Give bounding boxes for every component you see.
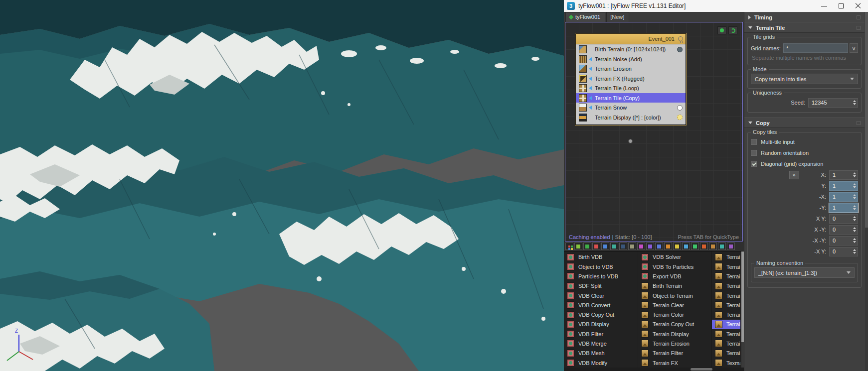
category-mesh-icon[interactable]: [610, 243, 618, 250]
list-item[interactable]: Texma: [715, 358, 740, 368]
category-flow-icon[interactable]: [691, 243, 699, 250]
checkbox-checked-icon[interactable]: [751, 161, 757, 167]
category-display-icon[interactable]: [619, 243, 627, 250]
list-item[interactable]: Terrai: [715, 310, 740, 319]
list-item[interactable]: Terrain FX: [641, 358, 711, 368]
category-script-icon[interactable]: [727, 243, 735, 250]
viewport-3d[interactable]: Z: [0, 0, 564, 371]
tab-new[interactable]: [New]: [606, 12, 629, 22]
category-terrain-icon[interactable]: [709, 243, 717, 250]
neg-y-input[interactable]: 1: [829, 203, 858, 213]
grid-names-input[interactable]: *: [783, 43, 848, 53]
list-item[interactable]: Terrai: [715, 329, 740, 339]
category-fx-icon[interactable]: [700, 243, 708, 250]
tab-tyflow001[interactable]: tyFlow001: [565, 12, 605, 22]
list-item[interactable]: Terrain Clear: [641, 300, 711, 310]
list-item[interactable]: Birth VDB: [567, 252, 638, 262]
spinner-arrows[interactable]: [851, 238, 858, 243]
window-titlebar[interactable]: 3 tyFlow001 : [tyFlow FREE v1.131 Editor…: [564, 0, 868, 12]
list-item[interactable]: Export VDB: [641, 271, 711, 281]
grid-names-preset-button[interactable]: v: [850, 43, 858, 53]
node-operator-row[interactable]: Terrain Noise (Add): [576, 54, 686, 64]
category-vdb-icon[interactable]: [718, 243, 726, 250]
list-item[interactable]: Terrai: [715, 349, 740, 358]
list-item[interactable]: Birth Terrain: [641, 281, 711, 291]
mode-dropdown[interactable]: Copy terrain into tiles: [751, 74, 858, 84]
rollout-timing[interactable]: Timing: [744, 12, 865, 22]
x-neg-y-input[interactable]: 0: [829, 225, 858, 235]
list-item[interactable]: VDB Solver: [641, 252, 711, 262]
params-scrollbar[interactable]: [865, 12, 868, 371]
naming-convention-dropdown[interactable]: _[N:N] (ex: terrain_[1:3]): [754, 267, 855, 278]
node-output-connector[interactable]: [628, 139, 633, 143]
category-physx-icon[interactable]: [682, 243, 690, 250]
checkbox-icon[interactable]: [751, 150, 757, 156]
spinner-arrows[interactable]: [851, 216, 858, 221]
list-item[interactable]: VDB Mesh: [567, 349, 638, 358]
list-item[interactable]: Terrain Erosion: [641, 339, 711, 348]
list-item[interactable]: Object to Terrain: [641, 291, 711, 300]
rollout-copy[interactable]: Copy: [744, 118, 865, 128]
category-spline-icon[interactable]: [646, 243, 654, 250]
event-node[interactable]: Event_001 Birth Terrain (0: [1024x1024])…: [575, 33, 686, 125]
list-item[interactable]: VDB Modify: [567, 358, 638, 368]
spinner-arrows[interactable]: [851, 183, 858, 188]
refresh-button[interactable]: [728, 26, 737, 34]
test-output-port[interactable]: [677, 105, 683, 111]
checkbox-multi-tile-input[interactable]: Multi-tile input: [751, 136, 858, 147]
category-cache-icon[interactable]: [673, 243, 681, 250]
rollout-terrain-tile[interactable]: Terrain Tile: [744, 22, 865, 33]
category-force-icon[interactable]: [583, 243, 591, 250]
maximize-icon[interactable]: [838, 3, 844, 9]
list-item[interactable]: Terrain Display: [641, 329, 711, 339]
list-item[interactable]: SDF Split: [567, 281, 638, 291]
list-item[interactable]: VDB Merge: [567, 339, 638, 348]
spinner-arrows[interactable]: [851, 172, 858, 177]
test-output-port[interactable]: [677, 47, 683, 52]
list-item[interactable]: Terrai: [715, 339, 740, 348]
node-operator-row[interactable]: Terrain Tile (Loop): [576, 83, 686, 93]
list-item[interactable]: VDB Display: [567, 320, 638, 329]
category-utility-icon[interactable]: [628, 243, 636, 250]
close-icon[interactable]: [855, 3, 861, 9]
x-input[interactable]: 1: [829, 170, 858, 180]
neg-x-y-input[interactable]: 0: [829, 247, 858, 256]
operator-list-horizontal-scrollbar[interactable]: [564, 368, 744, 371]
list-item-selected-terrain-tile[interactable]: Terrai: [712, 320, 740, 329]
list-item[interactable]: Object to VDB: [567, 262, 638, 271]
list-item[interactable]: VDB Convert: [567, 300, 638, 310]
node-operator-row[interactable]: Terrain FX (Rugged): [576, 74, 686, 84]
list-item[interactable]: VDB Copy Out: [567, 310, 638, 319]
list-item[interactable]: Terrai: [715, 281, 740, 291]
display-on-icon[interactable]: [677, 115, 683, 120]
spinner-arrows[interactable]: [851, 100, 858, 105]
list-item[interactable]: Terrai: [715, 271, 740, 281]
list-item[interactable]: Terrain Color: [641, 310, 711, 319]
node-operator-row[interactable]: Terrain Display ([*] : [color]): [576, 113, 686, 123]
category-birth-icon[interactable]: [574, 243, 582, 250]
node-graph-canvas[interactable]: Event_001 Birth Terrain (0: [1024x1024])…: [565, 22, 743, 242]
checkbox-diagonal-grid-expansion[interactable]: Diagonal (grid) expansion: [751, 158, 858, 169]
lightbulb-icon[interactable]: [678, 36, 683, 41]
node-operator-row[interactable]: Birth Terrain (0: [1024x1024]): [576, 44, 686, 54]
list-item[interactable]: Terrain Copy Out: [641, 320, 711, 329]
list-item[interactable]: Terrai: [715, 262, 740, 271]
event-node-header[interactable]: Event_001: [576, 34, 686, 44]
category-all-icon[interactable]: [565, 243, 573, 250]
y-input[interactable]: 1: [829, 181, 858, 191]
category-simulation-icon[interactable]: [601, 243, 609, 250]
expand-values-button[interactable]: »: [789, 171, 799, 179]
checkbox-random-orientation[interactable]: Random orientation: [751, 147, 858, 158]
list-item[interactable]: VDB Filter: [567, 329, 638, 339]
list-item[interactable]: Particles to VDB: [567, 271, 638, 281]
spinner-arrows[interactable]: [851, 249, 858, 254]
list-item[interactable]: Terrai: [715, 252, 740, 262]
list-item[interactable]: VDB To Particles: [641, 262, 711, 271]
spinner-arrows[interactable]: [851, 194, 858, 199]
category-material-icon[interactable]: [637, 243, 645, 250]
list-item[interactable]: Terrain Filter: [641, 349, 711, 358]
neg-x-input[interactable]: 1: [829, 192, 858, 202]
list-item[interactable]: VDB Clear: [567, 291, 638, 300]
node-operator-row-selected[interactable]: Terrain Tile (Copy): [576, 93, 686, 103]
minimize-icon[interactable]: [821, 3, 827, 9]
